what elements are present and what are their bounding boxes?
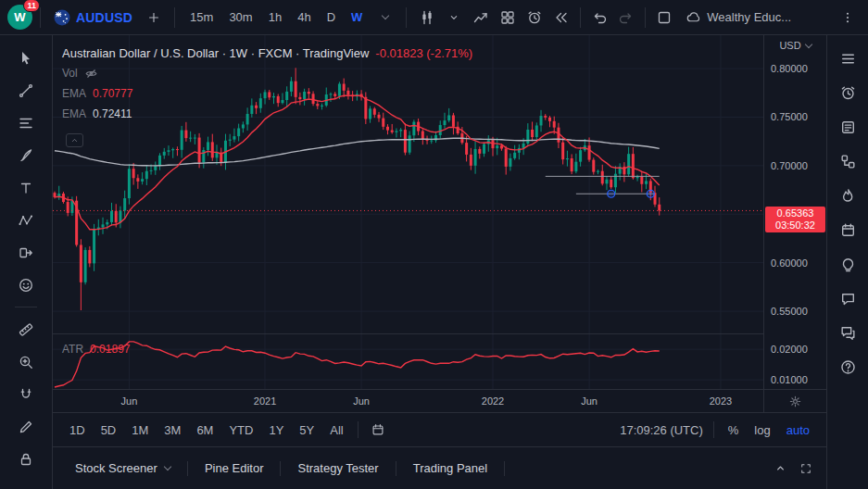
tab-pine-editor[interactable]: Pine Editor xyxy=(188,447,281,489)
xabcd-pattern-tool[interactable] xyxy=(10,205,42,235)
fullscreen-button[interactable] xyxy=(651,5,677,31)
timeframe-dropdown-button[interactable] xyxy=(372,5,398,31)
ema-2-value: 0.72411 xyxy=(93,107,132,120)
auto-scale-button[interactable]: auto xyxy=(779,420,817,441)
range-3m[interactable]: 3M xyxy=(157,420,188,441)
news-button[interactable] xyxy=(834,113,862,141)
atr-axis-label: 0.02000 xyxy=(771,343,808,356)
edit-tool[interactable] xyxy=(10,411,42,442)
alert-button[interactable] xyxy=(522,5,547,31)
price-axis-currency-button[interactable]: USD xyxy=(764,35,826,56)
range-1y[interactable]: 1Y xyxy=(261,420,291,441)
candle-style-button[interactable] xyxy=(414,5,440,31)
brush-tool[interactable] xyxy=(10,140,42,170)
range-6m[interactable]: 6M xyxy=(189,420,220,441)
ema-1-legend-row[interactable]: EMA 0.70777 xyxy=(62,83,472,104)
legend-collapse-button[interactable] xyxy=(66,133,83,147)
emoji-icon xyxy=(18,277,34,294)
more-menu-button[interactable] xyxy=(835,5,861,31)
volume-legend-row[interactable]: Vol xyxy=(62,63,472,83)
text-tool[interactable] xyxy=(10,172,42,203)
bottom-toolbar: 1D5D1M3M6MYTD1Y5YAll 17:09:26 (UTC) % lo… xyxy=(53,412,826,446)
lock-tool[interactable] xyxy=(10,444,42,474)
atr-axis-label: 0.01000 xyxy=(771,373,808,386)
user-avatar[interactable]: W 11 xyxy=(7,5,32,30)
price-axis-label: 0.80000 xyxy=(771,62,808,75)
price-change: -0.01823 (-2.71%) xyxy=(375,46,472,60)
measure-tool[interactable] xyxy=(10,314,42,345)
cursor-tool[interactable] xyxy=(10,43,42,73)
atr-legend-row[interactable]: ATR 0.01897 xyxy=(62,339,131,359)
settings-gear-icon[interactable] xyxy=(788,395,802,408)
watchlist-button[interactable] xyxy=(834,44,862,72)
time-axis[interactable]: Jun2021Jun2022Jun2023 xyxy=(53,389,763,412)
time-axis-label: Jun xyxy=(581,395,598,407)
fib-retracement-tool[interactable] xyxy=(10,107,42,138)
brush-icon xyxy=(18,147,34,164)
symbol-legend-row[interactable]: Australian Dollar / U.S. Dollar · 1W · F… xyxy=(62,43,472,63)
help-button[interactable] xyxy=(834,353,862,381)
magnet-tool[interactable] xyxy=(10,379,42,409)
panel-maximize-button[interactable] xyxy=(793,456,819,482)
style-chevron-button[interactable] xyxy=(441,5,467,31)
timeframe-15m[interactable]: 15m xyxy=(182,6,220,28)
timeframe-d[interactable]: D xyxy=(320,6,343,28)
redo-icon xyxy=(618,9,635,26)
redo-button[interactable] xyxy=(613,5,639,31)
calendar-button[interactable] xyxy=(834,216,862,244)
chevron-down-icon xyxy=(382,12,389,19)
time-axis-label: Jun xyxy=(121,395,138,407)
ideas-button[interactable] xyxy=(834,250,862,278)
workspace: Australian Dollar / U.S. Dollar · 1W · F… xyxy=(0,35,868,489)
tab-trading-panel[interactable]: Trading Panel xyxy=(396,447,504,489)
toolbar-separator xyxy=(645,7,646,28)
trend-line-tool[interactable] xyxy=(10,75,42,106)
range-5d[interactable]: 5D xyxy=(94,420,124,441)
timeframe-30m[interactable]: 30m xyxy=(221,6,259,28)
avatar-letter: W xyxy=(14,10,25,24)
timeframe-4h[interactable]: 4h xyxy=(290,6,318,28)
alerts-icon xyxy=(839,84,857,102)
price-axis[interactable]: USD 0.65363 03:50:32 0.800000.750000.700… xyxy=(763,35,826,389)
panel-expand-button[interactable] xyxy=(767,456,793,482)
date-range-group: 1D5D1M3M6MYTD1Y5YAll xyxy=(62,420,351,441)
indicators-button[interactable] xyxy=(468,5,494,31)
range-all[interactable]: All xyxy=(322,420,350,441)
visibility-off-icon[interactable] xyxy=(84,67,98,81)
layout-name: Wealthy Educ... xyxy=(707,10,791,24)
chat-button[interactable] xyxy=(834,284,862,312)
top-toolbar: W 11 AUDUSD 15m30m1h4hDW Wealthy Educ... xyxy=(0,0,868,35)
add-symbol-button[interactable] xyxy=(141,5,167,31)
symbol-search-button[interactable]: AUDUSD xyxy=(48,5,138,31)
hotlists-button[interactable] xyxy=(834,182,862,209)
alerts-button[interactable] xyxy=(834,79,862,107)
measure-icon xyxy=(18,321,34,338)
chart-plot[interactable]: Australian Dollar / U.S. Dollar · 1W · F… xyxy=(53,35,763,389)
timeframe-w[interactable]: W xyxy=(344,6,370,28)
undo-button[interactable] xyxy=(586,5,612,31)
emoji-tool[interactable] xyxy=(10,270,42,300)
cloud-layout-button[interactable]: Wealthy Educ... xyxy=(680,9,797,25)
ideas-icon xyxy=(839,256,857,273)
toolbar-separator xyxy=(40,7,41,28)
go-to-date-button[interactable] xyxy=(365,417,391,443)
range-5y[interactable]: 5Y xyxy=(292,420,321,441)
timeframe-1h[interactable]: 1h xyxy=(261,6,289,28)
session-clock[interactable]: 17:09:26 (UTC) xyxy=(616,423,707,437)
object-tree-button[interactable] xyxy=(834,147,862,175)
percent-scale-button[interactable]: % xyxy=(721,420,747,441)
tab-stock-screener[interactable]: Stock Screener xyxy=(58,447,187,489)
range-ytd[interactable]: YTD xyxy=(221,420,260,441)
forecast-tool[interactable] xyxy=(10,237,42,268)
log-scale-button[interactable]: log xyxy=(747,420,777,441)
range-1d[interactable]: 1D xyxy=(62,420,93,441)
conversations-button[interactable] xyxy=(834,319,862,346)
zoom-tool[interactable] xyxy=(10,346,42,377)
ema-2-legend-row[interactable]: EMA 0.72411 xyxy=(62,104,472,124)
tab-strategy-tester[interactable]: Strategy Tester xyxy=(281,447,395,489)
multichart-layout-button[interactable] xyxy=(495,5,521,31)
range-1m[interactable]: 1M xyxy=(124,420,156,441)
bar-replay-button[interactable] xyxy=(548,5,574,31)
tab-label: Trading Panel xyxy=(413,461,487,475)
alert-icon xyxy=(526,9,543,26)
